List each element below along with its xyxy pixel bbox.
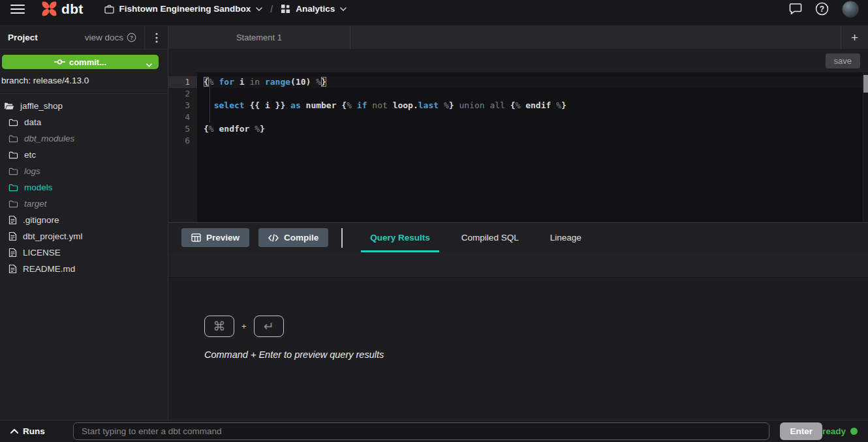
line-number: 5 bbox=[168, 123, 197, 135]
runs-panel-toggle[interactable]: Runs bbox=[10, 426, 73, 436]
tree-item-models[interactable]: models bbox=[0, 179, 168, 196]
status-bar: Runs Enter ready bbox=[0, 420, 868, 442]
preview-button[interactable]: Preview bbox=[181, 228, 249, 247]
tree-item-license[interactable]: LICENSE bbox=[0, 244, 168, 261]
code-token: number bbox=[306, 100, 337, 110]
tree-item-jaffle-shop[interactable]: jaffle_shop bbox=[0, 98, 168, 114]
editor-tab-statement-1[interactable]: Statement 1 bbox=[168, 26, 350, 49]
runs-label: Runs bbox=[23, 426, 45, 436]
account-switcher[interactable]: Fishtown Engineering Sandbox bbox=[104, 4, 263, 14]
tree-item-readme-md[interactable]: README.md bbox=[0, 261, 168, 277]
table-icon bbox=[191, 233, 201, 242]
code-editor[interactable]: 123456 {% for i in range(10) %} select {… bbox=[168, 72, 868, 222]
code-token: i bbox=[240, 77, 245, 87]
chat-icon[interactable] bbox=[789, 3, 802, 15]
tree-item-target[interactable]: target bbox=[0, 196, 168, 212]
tree-item-etc[interactable]: etc bbox=[0, 147, 168, 163]
tree-item-label: logs bbox=[24, 166, 40, 176]
code-token bbox=[551, 100, 556, 110]
line-number: 4 bbox=[168, 111, 197, 123]
tree-item-label: dbt_modules bbox=[24, 134, 74, 143]
tree-item-label: LICENSE bbox=[23, 248, 61, 258]
chevron-up-icon bbox=[10, 429, 18, 434]
code-token: last bbox=[418, 100, 439, 110]
toolbar-divider bbox=[341, 228, 343, 248]
code-token: endfor bbox=[219, 124, 249, 134]
code-token: in bbox=[249, 77, 260, 87]
dbt-logo[interactable]: dbt bbox=[40, 0, 84, 18]
kebab-menu-icon[interactable] bbox=[144, 26, 168, 49]
tree-item-dbt-modules[interactable]: dbt_modules bbox=[0, 130, 168, 147]
editor-tab-bar: Statement 1 + bbox=[168, 26, 868, 49]
results-pane: Preview Compile Query ResultsCompiled SQ… bbox=[168, 222, 868, 420]
results-tab-lineage[interactable]: Lineage bbox=[535, 223, 597, 252]
account-name: Fishtown Engineering Sandbox bbox=[119, 4, 251, 14]
tree-item-dbt-project-yml[interactable]: dbt_project.yml bbox=[0, 228, 168, 244]
code-token: % bbox=[255, 124, 260, 134]
new-tab-button[interactable]: + bbox=[841, 26, 868, 49]
keys-joiner: + bbox=[241, 321, 247, 331]
code-token bbox=[234, 77, 240, 87]
code-token bbox=[505, 100, 510, 110]
code-token: } bbox=[449, 100, 454, 110]
code-token: ( bbox=[290, 77, 296, 87]
chevron-down-icon bbox=[146, 59, 152, 69]
code-token bbox=[285, 100, 290, 110]
project-name: Analytics bbox=[296, 4, 335, 14]
code-line-4 bbox=[204, 111, 868, 123]
compile-button[interactable]: Compile bbox=[258, 228, 328, 247]
code-token: } bbox=[561, 100, 566, 110]
tree-item-logs[interactable]: logs bbox=[0, 163, 168, 179]
tree-item-data[interactable]: data bbox=[0, 114, 168, 130]
code-token: endif bbox=[525, 100, 551, 110]
commit-button[interactable]: commit... bbox=[2, 55, 159, 69]
dbt-logo-text: dbt bbox=[61, 1, 84, 17]
code-token: if bbox=[357, 100, 367, 110]
chevron-down-icon bbox=[340, 7, 347, 11]
user-avatar[interactable] bbox=[842, 1, 859, 18]
svg-text:?: ? bbox=[820, 5, 824, 14]
code-token: } bbox=[260, 124, 265, 134]
code-token: {{ i }} bbox=[249, 100, 285, 110]
code-token: for bbox=[219, 77, 234, 87]
results-toolbar: Preview Compile Query ResultsCompiled SQ… bbox=[168, 223, 868, 252]
help-icon[interactable]: ? bbox=[815, 2, 829, 16]
results-tab-label: Compiled SQL bbox=[461, 233, 519, 243]
dbt-command-input[interactable] bbox=[73, 422, 769, 440]
view-docs-link[interactable]: view docs ? bbox=[85, 33, 144, 42]
line-number: 1 bbox=[168, 76, 197, 88]
code-token: union bbox=[459, 100, 484, 110]
line-number: 6 bbox=[168, 135, 197, 147]
file-icon bbox=[8, 231, 17, 241]
code-token: as bbox=[290, 100, 301, 110]
code-token: loop bbox=[393, 100, 413, 110]
file-explorer-sidebar: Project view docs ? commit... bbox=[0, 26, 168, 420]
folder-icon bbox=[8, 167, 18, 175]
tree-item-label: target bbox=[24, 199, 47, 209]
editor-scrollbar-track bbox=[863, 72, 868, 222]
hamburger-menu-icon[interactable] bbox=[7, 4, 29, 14]
code-token: not bbox=[372, 100, 387, 110]
line-number: 2 bbox=[168, 88, 197, 100]
chevron-down-icon bbox=[256, 7, 262, 11]
ready-dot-icon bbox=[850, 428, 858, 435]
code-token bbox=[301, 100, 306, 110]
tree-item-label: .gitignore bbox=[23, 215, 59, 225]
code-token: 10 bbox=[296, 77, 306, 87]
code-line-5: {% endfor %} bbox=[204, 123, 868, 135]
code-token bbox=[520, 100, 525, 110]
dbt-logo-icon bbox=[40, 0, 58, 18]
file-tree: jaffle_shopdatadbt_modulesetclogsmodelst… bbox=[0, 94, 168, 277]
editor-scrollbar-thumb[interactable] bbox=[863, 75, 868, 93]
project-switcher[interactable]: Analytics bbox=[281, 4, 347, 14]
code-token: % bbox=[316, 77, 321, 87]
tree-item--gitignore[interactable]: .gitignore bbox=[0, 212, 168, 228]
results-tab-compiled-sql[interactable]: Compiled SQL bbox=[446, 223, 535, 252]
results-tab-query-results[interactable]: Query Results bbox=[354, 223, 446, 252]
enter-button[interactable]: Enter bbox=[780, 422, 822, 440]
code-content: {% for i in range(10) %} select {{ i }} … bbox=[197, 72, 868, 222]
results-tabs: Query ResultsCompiled SQLLineage bbox=[354, 223, 597, 252]
top-bar: dbt Fishtown Engineering Sandbox / Analy… bbox=[0, 0, 868, 26]
git-commit-icon bbox=[54, 59, 65, 65]
save-button[interactable]: save bbox=[826, 53, 860, 68]
